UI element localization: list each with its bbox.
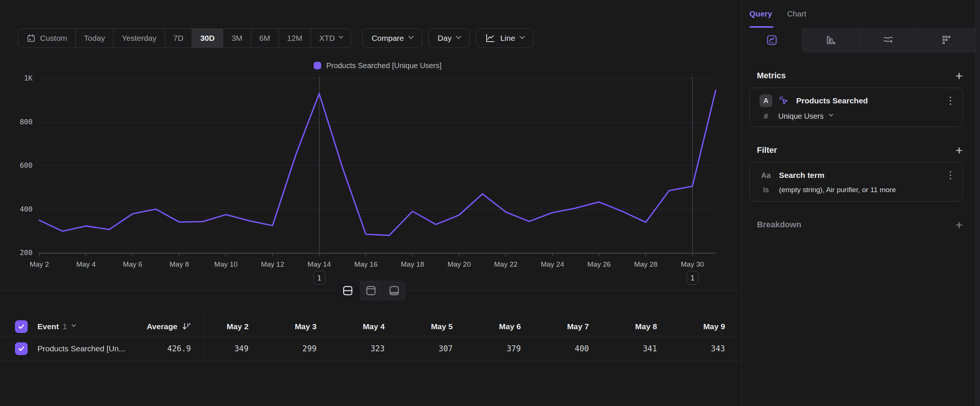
layout-split-view-button[interactable]: [336, 280, 360, 301]
date-column-header[interactable]: May 7: [531, 322, 599, 331]
range-today[interactable]: Today: [75, 29, 113, 48]
add-metric-button[interactable]: +: [955, 70, 963, 81]
range-7d[interactable]: 7D: [165, 29, 192, 48]
metric-card-measure-row[interactable]: # Unique Users: [759, 112, 953, 121]
chart-style-label: Line: [500, 34, 515, 43]
metric-series-badge: A: [759, 94, 772, 107]
chevron-down-icon[interactable]: [72, 322, 76, 326]
y-axis-tick-label: 400: [7, 205, 33, 213]
sidebar-content: Metrics + A Products Searched #: [742, 70, 980, 230]
filter-section-header: Filter +: [749, 145, 963, 155]
y-axis-tick-label: 200: [7, 248, 33, 256]
chart-type-inactive-group: [802, 28, 975, 53]
kebab-menu-icon[interactable]: [948, 95, 953, 107]
add-breakdown-button[interactable]: +: [955, 220, 963, 230]
range-label: XTD: [319, 34, 335, 43]
range-label: 7D: [173, 34, 183, 43]
range-custom[interactable]: Custom: [18, 29, 75, 48]
chart-type-funnel-tab[interactable]: [918, 28, 975, 53]
date-column-header[interactable]: May 2: [191, 322, 259, 331]
sort-icon: [182, 322, 191, 331]
table-row: Products Searched [Un... 426.9 349299323…: [0, 336, 741, 361]
range-xtd[interactable]: XTD: [311, 29, 351, 48]
layout-chart-view-button[interactable]: [360, 280, 383, 301]
chart-type-stream-tab[interactable]: [859, 28, 917, 53]
scrollbar-gutter[interactable]: [975, 0, 980, 406]
date-column-header[interactable]: May 9: [667, 322, 735, 331]
date-column-header[interactable]: May 6: [463, 322, 531, 331]
chevron-down-icon: [829, 112, 833, 116]
app-root: CustomTodayYesterday7D30D3M6M12MXTD Comp…: [0, 0, 980, 406]
series-line[interactable]: [39, 90, 716, 235]
row-average-cell: 426.9: [127, 344, 191, 353]
metric-card[interactable]: A Products Searched # Unique Users: [749, 88, 963, 127]
x-axis-tick-label: May 10: [199, 260, 252, 269]
toolbar: CustomTodayYesterday7D30D3M6M12MXTD Comp…: [18, 29, 723, 48]
x-axis-tick-label: May 18: [386, 260, 439, 269]
chart-legend[interactable]: Products Searched [Unique Users]: [39, 61, 716, 70]
chart-type-bar-tab[interactable]: [802, 28, 859, 53]
row-event-name: Products Searched [Un...: [37, 344, 126, 353]
x-axis-tick-label: May 24: [526, 260, 579, 269]
line-chart-plot[interactable]: 1K800600400200May 2May 4May 6May 8May 10…: [39, 78, 716, 253]
filter-heading: Filter: [757, 145, 777, 155]
legend-swatch: [314, 62, 321, 69]
row-value-cells: 349299323307379400341343: [191, 344, 735, 353]
date-column-header[interactable]: May 3: [259, 322, 327, 331]
chevron-down-icon: [520, 34, 525, 39]
event-cursor-icon: [778, 95, 789, 107]
range-yesterday[interactable]: Yesterday: [113, 29, 165, 48]
date-column-header[interactable]: May 8: [599, 322, 667, 331]
x-axis-tick-label: May 16: [339, 260, 392, 269]
compare-button[interactable]: Compare: [362, 29, 422, 48]
x-axis-tick-label: May 14: [293, 260, 345, 269]
chevron-down-icon: [339, 35, 343, 38]
range-30d[interactable]: 30D: [192, 29, 223, 48]
metrics-section-header: Metrics +: [749, 70, 963, 81]
cell-value: 323: [327, 344, 395, 353]
layout-table-view-button[interactable]: [383, 280, 406, 301]
line-chart-icon: [485, 33, 495, 43]
range-6m[interactable]: 6M: [251, 29, 278, 48]
row-checkbox[interactable]: [15, 342, 28, 355]
chart-canvas[interactable]: [39, 78, 716, 253]
range-label: Custom: [40, 34, 67, 43]
average-header-cell[interactable]: Average: [127, 322, 191, 331]
filter-card[interactable]: Aa Search term Is (empty string), Air pu…: [749, 162, 963, 202]
chevron-down-icon: [408, 34, 414, 39]
measure-symbol: #: [759, 112, 772, 121]
y-axis-tick-label: 800: [7, 118, 33, 126]
column-divider: [204, 312, 205, 361]
event-header-cell: Event 1: [15, 320, 127, 333]
range-label: 30D: [200, 34, 215, 43]
funnel-dots-icon: [941, 35, 952, 46]
filter-card-condition-row[interactable]: Is (empty string), Air purifier, or 11 m…: [759, 186, 953, 194]
annotation-badge[interactable]: 1: [313, 271, 325, 285]
tab-query[interactable]: Query: [749, 10, 772, 18]
calendar-icon: [27, 34, 35, 43]
kebab-menu-icon[interactable]: [948, 170, 953, 181]
event-header-label: Event: [37, 322, 59, 331]
range-label: 12M: [287, 34, 302, 43]
main-panel: CustomTodayYesterday7D30D3M6M12MXTD Comp…: [0, 0, 741, 406]
breakdown-heading: Breakdown: [757, 220, 802, 229]
chart-style-button[interactable]: Line: [476, 29, 533, 48]
date-column-header[interactable]: May 5: [395, 322, 463, 331]
line-chart-icon: [766, 35, 778, 46]
chart-type-line-tab[interactable]: [742, 28, 802, 53]
average-header-label: Average: [147, 322, 177, 331]
add-filter-button[interactable]: +: [955, 145, 963, 155]
granularity-button[interactable]: Day: [428, 29, 470, 48]
range-12m[interactable]: 12M: [278, 29, 311, 48]
date-column-header[interactable]: May 4: [327, 322, 395, 331]
range-3m[interactable]: 3M: [223, 29, 250, 48]
layout-toggle: [336, 280, 406, 301]
event-select-all-checkbox[interactable]: [15, 320, 28, 333]
tab-chart[interactable]: Chart: [787, 10, 806, 18]
date-header-cells: May 2May 3May 4May 5May 6May 7May 8May 9: [191, 322, 735, 331]
stream-chart-icon: [882, 35, 894, 46]
cell-value: 343: [667, 344, 735, 353]
annotation-badge[interactable]: 1: [687, 271, 698, 285]
filter-value: (empty string), Air purifier, or 11 more: [779, 186, 896, 194]
x-axis-tick-label: May 6: [106, 260, 159, 269]
